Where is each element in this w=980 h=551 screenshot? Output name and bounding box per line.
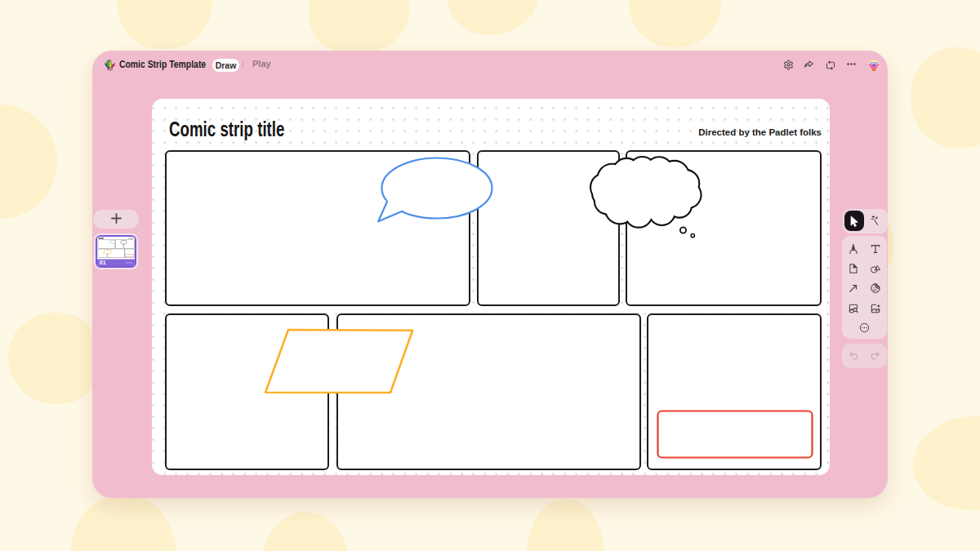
svg-text:01: 01: [100, 260, 106, 265]
